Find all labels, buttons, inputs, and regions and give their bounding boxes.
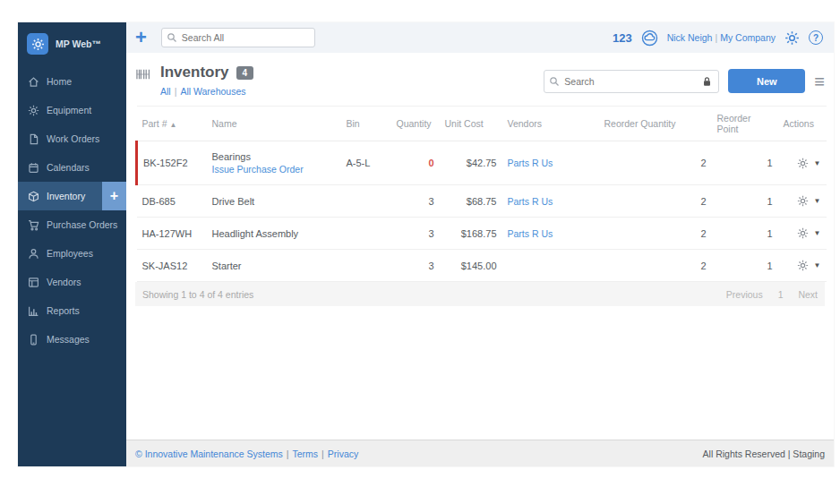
pagination-previous[interactable]: Previous	[726, 289, 763, 300]
topbar: + 123 Nick Neigh|My Company	[126, 22, 834, 53]
settings-gear-icon[interactable]	[784, 30, 800, 46]
pagination-next[interactable]: Next	[798, 289, 818, 300]
column-reorder-point[interactable]: Reorder Point	[712, 107, 778, 141]
unit-cost-cell: $168.75	[440, 218, 502, 250]
inventory-quick-add-button[interactable]: +	[102, 182, 126, 210]
row-actions-gear-icon[interactable]	[797, 158, 809, 169]
part-number-cell[interactable]: HA-127WH	[137, 218, 207, 250]
lock-icon[interactable]	[701, 75, 713, 88]
column-name[interactable]: Name	[207, 107, 341, 141]
sidebar-item-label: Equipment	[47, 105, 91, 115]
quantity-value: 0	[428, 158, 433, 168]
gears-icon	[28, 105, 39, 116]
user-name-link[interactable]: Nick Neigh	[667, 32, 713, 43]
vendor-link[interactable]: Parts R Us	[508, 158, 553, 168]
column-vendors[interactable]: Vendors	[502, 107, 599, 141]
user-company-separator: |	[715, 32, 717, 43]
sidebar-item-reports[interactable]: Reports	[18, 296, 126, 325]
bin-cell	[341, 250, 391, 282]
document-icon	[28, 133, 39, 145]
cloud-upload-icon[interactable]	[641, 30, 658, 47]
company-link[interactable]: My Company	[720, 32, 776, 43]
filter-warehouses-link[interactable]: All Warehouses	[180, 86, 245, 97]
vendor-list-icon	[28, 277, 39, 288]
unit-cost-cell: $68.75	[440, 185, 502, 218]
new-button[interactable]: New	[728, 69, 805, 93]
sidebar-item-home[interactable]: Home	[18, 67, 126, 96]
table-row[interactable]: DB-685 Drive Belt 3 $68.75 Parts R Us 2 …	[137, 185, 827, 218]
sidebar-item-equipment[interactable]: Equipment	[18, 96, 126, 124]
footer-separator: |	[287, 448, 289, 459]
app-logo[interactable]: MP Web™	[18, 22, 126, 67]
row-actions-caret-icon[interactable]: ▼	[814, 159, 821, 167]
search-icon	[549, 76, 560, 87]
reorder-point-cell: 1	[712, 141, 778, 185]
column-unit-cost[interactable]: Unit Cost	[440, 107, 502, 141]
row-actions-caret-icon[interactable]: ▼	[814, 261, 821, 269]
notification-count[interactable]: 123	[613, 31, 632, 45]
column-reorder-quantity[interactable]: Reorder Quantity	[599, 107, 712, 141]
column-quantity[interactable]: Quantity	[391, 107, 440, 141]
app-title: MP Web™	[56, 38, 101, 49]
user-company-links[interactable]: Nick Neigh|My Company	[667, 32, 776, 43]
row-actions-caret-icon[interactable]: ▼	[814, 197, 821, 205]
row-actions-gear-icon[interactable]	[797, 260, 809, 271]
name-cell: Drive Belt	[207, 185, 341, 218]
sort-asc-icon: ▲	[170, 121, 177, 129]
vendor-link[interactable]: Parts R Us	[508, 196, 553, 207]
sidebar-item-messages[interactable]: Messages	[18, 325, 126, 354]
table-row[interactable]: SK-JAS12 Starter 3 $145.00 2 1 ▼	[137, 250, 827, 282]
table-row[interactable]: BK-152F2 Bearings Issue Purchase Order A…	[137, 141, 827, 185]
record-count-badge: 4	[236, 66, 254, 80]
rights-text: All Rights Reserved | Staging	[703, 448, 825, 459]
filter-separator: |	[175, 86, 177, 97]
table-row[interactable]: HA-127WH Headlight Assembly 3 $168.75 Pa…	[137, 218, 827, 250]
sidebar-item-inventory[interactable]: Inventory +	[18, 182, 126, 210]
issue-purchase-order-link[interactable]: Issue Purchase Order	[212, 164, 304, 175]
row-actions-gear-icon[interactable]	[797, 227, 809, 239]
sidebar-item-work-orders[interactable]: Work Orders	[18, 124, 126, 153]
column-bin[interactable]: Bin	[341, 107, 391, 141]
global-add-button[interactable]: +	[135, 28, 147, 47]
reorder-quantity-cell: 2	[599, 185, 712, 218]
content: Inventory 4 All|All Warehouses	[126, 53, 834, 440]
sidebar-item-purchase-orders[interactable]: Purchase Orders	[18, 210, 126, 239]
part-number-cell[interactable]: SK-JAS12	[137, 250, 207, 282]
help-icon[interactable]: ?	[809, 30, 823, 45]
hamburger-menu-icon[interactable]: ≡	[814, 73, 825, 90]
cart-icon	[28, 219, 39, 231]
part-number-cell[interactable]: DB-685	[137, 185, 207, 218]
row-actions-gear-icon[interactable]	[797, 195, 809, 207]
sidebar-item-label: Vendors	[47, 277, 81, 287]
bin-cell	[341, 185, 391, 218]
bin-cell: A-5-L	[341, 141, 391, 185]
quantity-value: 3	[391, 218, 440, 250]
filter-all-link[interactable]: All	[160, 86, 171, 97]
row-actions-caret-icon[interactable]: ▼	[814, 229, 821, 237]
name-cell: Starter	[207, 250, 341, 282]
sidebar-item-employees[interactable]: Employees	[18, 239, 126, 268]
pagination-page-1[interactable]: 1	[778, 289, 784, 300]
app-window: MP Web™ Home Equipment Work Orders	[18, 22, 834, 466]
search-icon	[167, 32, 177, 43]
box-icon	[28, 191, 39, 202]
reorder-point-cell: 1	[712, 250, 778, 282]
sidebar-item-calendars[interactable]: Calendars	[18, 153, 126, 182]
vendor-link[interactable]: Parts R Us	[508, 228, 553, 239]
sidebar-item-label: Reports	[47, 305, 80, 316]
sidebar: MP Web™ Home Equipment Work Orders	[18, 22, 126, 466]
column-part[interactable]: Part #▲	[137, 107, 207, 141]
part-number-cell[interactable]: BK-152F2	[137, 141, 207, 185]
main-area: + 123 Nick Neigh|My Company	[126, 22, 834, 466]
terms-link[interactable]: Terms	[292, 448, 318, 459]
global-search-input[interactable]	[161, 28, 315, 47]
privacy-link[interactable]: Privacy	[328, 448, 358, 459]
sidebar-item-vendors[interactable]: Vendors	[18, 268, 126, 296]
table-footer: Showing 1 to 4 of 4 entries Previous 1 N…	[135, 282, 825, 306]
quantity-value: 3	[391, 185, 440, 218]
page-title: Inventory	[160, 64, 229, 81]
table-search-input[interactable]	[544, 70, 719, 93]
page-header: Inventory 4 All|All Warehouses	[135, 53, 825, 106]
copyright-link[interactable]: © Innovative Maintenance Systems	[135, 448, 283, 459]
column-actions: Actions	[778, 107, 827, 141]
